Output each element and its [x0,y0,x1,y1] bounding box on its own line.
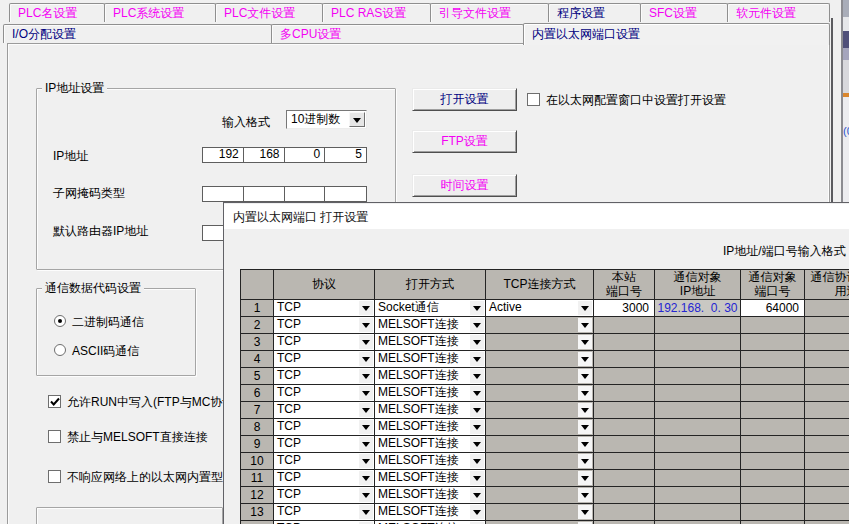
dropdown-arrow-icon[interactable] [578,420,592,434]
dropdown-arrow-icon[interactable] [578,471,592,485]
dropdown-arrow-icon[interactable] [470,335,484,349]
dropdown-arrow-icon[interactable] [470,386,484,400]
grid-open-method-dropdown-row-7[interactable]: MELSOFT连接 [375,402,486,419]
dropdown-arrow-icon[interactable] [578,335,592,349]
dropdown-arrow-icon[interactable] [359,454,373,468]
dropdown-arrow-icon[interactable] [359,437,373,451]
dropdown-arrow-icon[interactable] [359,488,373,502]
dropdown-arrow-icon[interactable] [578,505,592,519]
ip-octet-2[interactable]: 168 [244,148,285,162]
dropdown-arrow-icon[interactable] [578,454,592,468]
tab-row1-7[interactable]: SFC设置 [640,3,728,22]
grid-open-method-dropdown-row-8[interactable]: MELSOFT连接 [375,419,486,436]
dropdown-arrow-icon[interactable] [359,301,373,315]
dropdown-arrow-icon[interactable] [578,403,592,417]
dropdown-arrow-icon[interactable] [359,335,373,349]
grid-protocol-dropdown-row-12[interactable]: TCP [274,487,375,504]
dialog-titlebar[interactable]: 内置以太网端口 打开设置 [224,204,849,229]
grid-open-method-dropdown-row-1[interactable]: Socket通信 [375,300,486,317]
dropdown-arrow-icon[interactable] [359,386,373,400]
grid-protocol-dropdown-row-11[interactable]: TCP [274,470,375,487]
binary-radio[interactable] [54,315,66,327]
grid-protocol-dropdown-row-6[interactable]: TCP [274,385,375,402]
tab-row2-3[interactable]: 内置以太网端口设置 [523,23,830,45]
tab-row1-5[interactable]: 引导文件设置 [430,3,549,22]
dropdown-arrow-icon[interactable] [359,352,373,366]
grid-dest-ip-cell-row-1[interactable]: 192.168. 0. 30 [655,300,741,317]
ip-octet-3[interactable]: 0 [285,148,326,162]
dropdown-arrow-icon[interactable] [470,471,484,485]
grid-protocol-dropdown-row-4[interactable]: TCP [274,351,375,368]
grid-open-method-dropdown-row-3[interactable]: MELSOFT连接 [375,334,486,351]
dropdown-arrow-icon[interactable] [578,301,592,315]
tab-row2-2[interactable]: 多CPU设置 [271,24,524,43]
grid-protocol-dropdown-row-8[interactable]: TCP [274,419,375,436]
dropdown-arrow-icon[interactable] [470,505,484,519]
dropdown-arrow-icon[interactable] [578,318,592,332]
tab-row1-2[interactable]: PLC系统设置 [104,3,216,22]
grid-open-method-dropdown-row-11[interactable]: MELSOFT连接 [375,470,486,487]
grid-open-method-dropdown-row-12[interactable]: MELSOFT连接 [375,487,486,504]
ip-octet-4[interactable]: 5 [325,148,366,162]
grid-host-port-cell-row-1[interactable]: 3000 [594,300,655,317]
melsoft-checkbox[interactable] [48,430,61,443]
grid-open-method-dropdown-row-6[interactable]: MELSOFT连接 [375,385,486,402]
grid-protocol-dropdown-row-9[interactable]: TCP [274,436,375,453]
grid-open-method-dropdown-row-10[interactable]: MELSOFT连接 [375,453,486,470]
dropdown-arrow-icon[interactable] [359,505,373,519]
dropdown-arrow-icon[interactable] [578,437,592,451]
grid-protocol-dropdown-row-13[interactable]: TCP [274,504,375,521]
grid-open-method-dropdown-row-4[interactable]: MELSOFT连接 [375,351,486,368]
dropdown-arrow-icon[interactable] [359,318,373,332]
grid-protocol-dropdown-row-7[interactable]: TCP [274,402,375,419]
time-settings-button[interactable]: 时间设置 [412,174,517,197]
tab-row1-6[interactable]: 程序设置 [548,3,641,22]
open-settings-button[interactable]: 打开设置 [412,88,517,111]
subnet-octet-4[interactable] [325,187,366,201]
tab-row1-8[interactable]: 软元件设置 [727,3,830,22]
dropdown-arrow-icon[interactable] [578,488,592,502]
dropdown-arrow-icon[interactable] [470,301,484,315]
dropdown-arrow-icon[interactable] [470,403,484,417]
dropdown-arrow-icon[interactable] [470,318,484,332]
ethernet-config-checkbox[interactable] [527,93,540,106]
ftp-settings-button[interactable]: FTP设置 [412,130,517,153]
grid-open-method-dropdown-row-2[interactable]: MELSOFT连接 [375,317,486,334]
grid-protocol-dropdown-row-1[interactable]: TCP [274,300,375,317]
subnet-octet-1[interactable] [203,187,244,201]
dropdown-arrow-icon[interactable] [359,471,373,485]
dropdown-arrow-icon[interactable] [359,420,373,434]
dropdown-arrow-icon[interactable] [470,369,484,383]
grid-open-method-dropdown-row-13[interactable]: MELSOFT连接 [375,504,486,521]
ip-octet-1[interactable]: 192 [203,148,244,162]
ascii-radio[interactable] [54,344,66,356]
subnet-octet-3[interactable] [285,187,326,201]
dropdown-arrow-icon[interactable] [470,454,484,468]
grid-protocol-dropdown-row-3[interactable]: TCP [274,334,375,351]
input-format-dropdown[interactable]: 10进制数 [286,110,367,129]
tab-row1-1[interactable]: PLC名设置 [9,3,105,22]
run-write-checkbox[interactable] [48,395,61,408]
dropdown-arrow-icon[interactable] [470,488,484,502]
dropdown-arrow-icon[interactable] [470,420,484,434]
grid-dest-port-cell-row-1[interactable]: 64000 [741,300,805,317]
grid-open-method-dropdown-row-9[interactable]: MELSOFT连接 [375,436,486,453]
dropdown-arrow-icon[interactable] [359,369,373,383]
grid-protocol-dropdown-row-10[interactable]: TCP [274,453,375,470]
dropdown-arrow-icon[interactable] [578,369,592,383]
tab-row2-1[interactable]: I/O分配设置 [3,24,272,43]
grid-open-method-dropdown-row-5[interactable]: MELSOFT连接 [375,368,486,385]
tab-row1-3[interactable]: PLC文件设置 [215,3,323,22]
tab-row1-4[interactable]: PLC RAS设置 [322,3,431,22]
dropdown-arrow-icon[interactable] [470,437,484,451]
grid-tcp-mode-dropdown-row-1[interactable]: Active [486,300,594,317]
dropdown-arrow-icon[interactable] [470,352,484,366]
grid-protocol-dropdown-row-2[interactable]: TCP [274,317,375,334]
dropdown-arrow-icon[interactable] [578,386,592,400]
subnet-octet-2[interactable] [244,187,285,201]
subnet-mask-input[interactable] [202,186,367,202]
no-response-checkbox[interactable] [48,470,61,483]
grid-protocol-dropdown-row-5[interactable]: TCP [274,368,375,385]
dropdown-arrow-icon[interactable] [578,352,592,366]
input-format-dropdown-arrow-icon[interactable] [349,112,365,127]
